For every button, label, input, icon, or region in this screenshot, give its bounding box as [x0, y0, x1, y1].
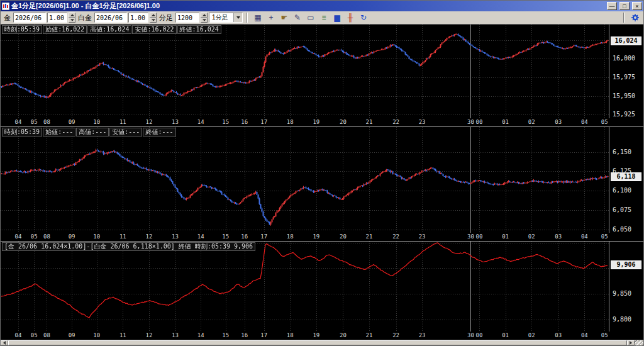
gold-multiplier-stepper[interactable] [69, 13, 75, 23]
time-tick-label: 03 [555, 332, 562, 338]
spin-down-icon[interactable] [150, 18, 157, 23]
time-tick-label: 05 [601, 233, 608, 240]
eraser-icon[interactable]: ▭ [304, 12, 317, 23]
settings-icon[interactable] [629, 12, 641, 23]
toolbar: 金 白金 分足 1分足 ▦+☛✎▭≡▆╫↻ [1, 11, 643, 25]
time-tick-label: 23 [419, 119, 426, 125]
time-tick-label: 15 [222, 332, 229, 338]
chart-info-cell: 高値:--- [76, 128, 109, 137]
bar-count-input[interactable] [175, 13, 199, 23]
time-tick-label: 04 [581, 233, 588, 240]
time-tick-label: 17 [260, 332, 267, 338]
pencil-icon[interactable]: ✎ [291, 12, 304, 23]
time-tick-label: 23 [419, 233, 426, 240]
spin-up-icon[interactable] [69, 13, 75, 18]
time-tick-label: 05 [31, 119, 38, 125]
time-tick-label: 14 [197, 332, 204, 338]
chart-panel-platinum: 時刻:05:39始値:---高値:---安値:---終値:--- 6,118 6… [1, 126, 643, 241]
maximize-button[interactable]: □ [619, 2, 630, 10]
platinum-contract-input[interactable] [94, 13, 127, 23]
minimize-button[interactable]: — [607, 2, 617, 10]
time-tick-label: 21 [366, 332, 373, 338]
platinum-multiplier-stepper[interactable] [150, 13, 157, 23]
time-tick-label: 13 [172, 233, 179, 240]
price-tick-label: 6,050 [613, 226, 631, 233]
timeframe-select[interactable]: 1分足 [209, 13, 243, 23]
close-button[interactable]: × [632, 2, 642, 10]
time-tick-label: 11 [119, 332, 126, 338]
time-tick-label: 23 [419, 332, 426, 338]
spin-up-icon[interactable] [150, 13, 157, 18]
time-tick-label: 16 [241, 332, 248, 338]
time-tick-label: 20 [340, 119, 347, 125]
chart-info-cell: 終値:--- [143, 128, 175, 137]
spread-chart-canvas[interactable] [1, 242, 609, 332]
time-tick-label: 12 [146, 233, 153, 240]
time-tick-label: 17 [260, 119, 267, 125]
time-tick-label: 17 [260, 233, 267, 240]
app-icon [2, 3, 9, 10]
bar-count-label: 分足 [159, 13, 173, 23]
time-tick-label: 19 [313, 119, 319, 125]
gold-time-axis: 0405080910111213141516171819202122233000… [1, 118, 643, 126]
time-tick-label: 22 [392, 119, 399, 125]
time-tick-label: 13 [172, 119, 179, 125]
time-tick-label: 21 [366, 119, 373, 125]
time-tick-label: 03 [555, 233, 562, 240]
bar-chart-icon[interactable]: ▆ [331, 12, 343, 23]
time-tick-label: 08 [43, 119, 50, 125]
chevron-down-icon[interactable] [233, 13, 242, 22]
horizontal-scrollbar[interactable] [1, 340, 643, 345]
spin-down-icon[interactable] [201, 18, 208, 23]
gold-chart-canvas[interactable] [1, 25, 609, 118]
time-tick-label: 12 [146, 332, 153, 338]
platinum-time-axis: 0405080910111213141516171819202122233000… [1, 233, 643, 241]
time-tick-label: 04 [15, 332, 22, 338]
refresh-icon[interactable]: ↻ [357, 12, 370, 23]
resize-grip[interactable] [635, 340, 643, 345]
scroll-right-button[interactable] [627, 340, 635, 345]
timeframe-value: 1分足 [209, 13, 233, 22]
chart-info-cell: 終値:16,024 [177, 25, 221, 34]
time-tick-label: 14 [197, 233, 204, 240]
time-tick-label: 09 [69, 332, 75, 338]
price-tick-label: 15,950 [613, 92, 635, 99]
chart-info-cell: 安値:--- [109, 128, 142, 137]
indicator-icon[interactable]: ≡ [318, 12, 330, 23]
crosshair-icon[interactable]: + [265, 12, 277, 23]
price-tick-label: 6,150 [613, 148, 631, 155]
spread-info-bar: [金 26/06 16,024×1.00]-[白金 26/06 6,118×1.… [2, 242, 255, 251]
title-bar: 金1分足[2026/06]1.00 - 白金1分足[2026/06]1.00 —… [1, 1, 643, 11]
scrollbar-thumb[interactable] [8, 340, 627, 345]
spread-current-price: 9,906 [611, 260, 641, 269]
time-tick-label: 04 [581, 119, 588, 125]
chart-grid-icon[interactable]: ▦ [252, 12, 264, 23]
chart-info-cell: 時刻:05:39 [2, 25, 42, 34]
arrow-left-icon [3, 341, 6, 345]
spin-down-icon[interactable] [69, 18, 75, 23]
time-tick-label: 01 [502, 233, 509, 240]
chart-info-cell: 安値:16,022 [132, 25, 176, 34]
platinum-chart-canvas[interactable] [1, 127, 609, 233]
time-tick-label: 16 [241, 233, 248, 240]
hand-icon[interactable]: ☛ [278, 12, 291, 23]
price-tick-label: 9,800 [613, 316, 631, 323]
platinum-multiplier-input[interactable] [128, 13, 148, 23]
spin-up-icon[interactable] [201, 13, 208, 18]
gold-contract-input[interactable] [13, 13, 46, 23]
candle-chart-icon[interactable]: ╫ [344, 12, 357, 23]
gold-multiplier-input[interactable] [47, 13, 67, 23]
chart-info-cell: 時刻:05:39 [2, 128, 42, 137]
bar-count-stepper[interactable] [201, 13, 208, 23]
time-tick-label: 21 [366, 233, 373, 240]
time-tick-label: 20 [340, 332, 347, 338]
scroll-left-button[interactable] [1, 340, 8, 345]
time-tick-label: 30 [467, 119, 474, 125]
time-tick-label: 13 [172, 332, 179, 338]
time-tick-label: 00 [476, 233, 483, 240]
time-tick-label: 01 [502, 332, 509, 338]
price-tick-label: 16,000 [613, 55, 635, 62]
chart-info-cell: 始値:16,022 [43, 25, 87, 34]
chart-info-cell: 始値:--- [43, 128, 75, 137]
time-tick-label: 08 [43, 332, 50, 338]
